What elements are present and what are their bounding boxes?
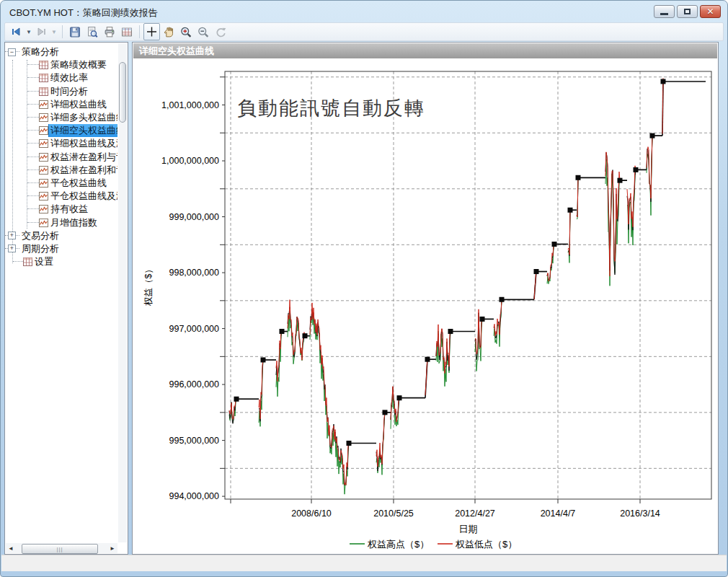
reset-zoom-button[interactable] bbox=[212, 23, 229, 40]
forward-button[interactable] bbox=[33, 23, 50, 40]
tree-item-策略绩效概要[interactable]: 策略绩效概要 bbox=[5, 58, 117, 71]
tree-item-label[interactable]: 详细权益曲线及潜在 bbox=[48, 137, 117, 150]
tree-item-平仓权益曲线及潜在[interactable]: 平仓权益曲线及潜在 bbox=[5, 190, 117, 203]
tree-item-详细权益曲线及潜在[interactable]: 详细权益曲线及潜在 bbox=[5, 137, 117, 150]
forward-icon bbox=[35, 26, 48, 38]
tree-item-交易分析[interactable]: +交易分析 bbox=[5, 229, 117, 242]
tree-item-持有收益[interactable]: 持有收益 bbox=[5, 203, 117, 216]
y-tick-label: 994,000,000 bbox=[169, 491, 219, 501]
tree-item-label[interactable]: 绩效比率 bbox=[48, 71, 90, 84]
tree-vscroll-thumb[interactable] bbox=[119, 62, 126, 123]
zoom-out-button[interactable] bbox=[195, 23, 212, 40]
zoom-in-button[interactable] bbox=[177, 23, 195, 40]
y-tick-label: 995,000,000 bbox=[169, 436, 219, 446]
x-axis-title: 日期 bbox=[459, 524, 478, 534]
tree-item-label[interactable]: 权益潜在盈利和亏损 bbox=[48, 164, 117, 177]
print-icon bbox=[103, 26, 116, 38]
back-button[interactable] bbox=[8, 23, 25, 40]
chart-icon bbox=[39, 179, 48, 188]
expand-icon[interactable]: + bbox=[8, 232, 16, 239]
tree-horizontal-scrollbar[interactable]: ◄ ||| ► bbox=[6, 543, 117, 553]
title-bar[interactable]: CBOT.YM HOT：策略回测绩效报告 ✕ bbox=[1, 1, 727, 22]
tree-item-label[interactable]: 策略分析 bbox=[19, 45, 61, 58]
tree-item-label[interactable]: 周期分析 bbox=[19, 242, 61, 255]
trade-marker bbox=[650, 133, 655, 138]
maximize-button[interactable] bbox=[677, 5, 698, 18]
trade-marker bbox=[280, 329, 285, 334]
trade-marker bbox=[634, 167, 639, 172]
tree-item-权益潜在盈利与亏损[interactable]: 权益潜在盈利与亏损 bbox=[5, 151, 117, 164]
x-tick-label: 2008/6/10 bbox=[291, 508, 332, 519]
tree-item-label[interactable]: 月增值指数 bbox=[48, 216, 99, 229]
legend-label-low: 权益低点（$） bbox=[455, 539, 517, 550]
tree-item-label[interactable]: 时间分析 bbox=[48, 85, 90, 98]
table-icon bbox=[39, 87, 48, 96]
equity-curve-segment bbox=[577, 177, 578, 216]
tree-item-label[interactable]: 持有收益 bbox=[48, 203, 90, 216]
collapse-icon[interactable]: − bbox=[8, 48, 16, 56]
tree-item-详细多头权益曲线[interactable]: 详细多头权益曲线 bbox=[5, 111, 117, 124]
tree-item-label[interactable]: 详细多头权益曲线 bbox=[48, 111, 117, 124]
tree-item-权益潜在盈利和亏损[interactable]: 权益潜在盈利和亏损 bbox=[5, 164, 117, 177]
trade-marker bbox=[661, 79, 666, 84]
tree-item-周期分析[interactable]: +周期分析 bbox=[5, 242, 117, 255]
tree-item-详细权益曲线[interactable]: 详细权益曲线 bbox=[5, 98, 117, 111]
tree-item-label[interactable]: 平仓权益曲线及潜在 bbox=[48, 190, 117, 203]
tree-hscroll-thumb[interactable]: ||| bbox=[22, 544, 98, 554]
chart-icon bbox=[39, 100, 48, 109]
tree-item-label[interactable]: 权益潜在盈利与亏损 bbox=[48, 151, 117, 164]
crosshair-icon bbox=[146, 26, 158, 38]
tree-item-时间分析[interactable]: 时间分析 bbox=[5, 85, 117, 98]
tree-item-绩效比率[interactable]: 绩效比率 bbox=[5, 71, 117, 84]
tree-item-策略分析[interactable]: −策略分析 bbox=[5, 45, 117, 58]
equity-curve-segment bbox=[605, 152, 620, 276]
tree-item-label[interactable]: 详细权益曲线 bbox=[48, 98, 109, 111]
equity-curve-segment bbox=[288, 300, 305, 361]
chart-icon bbox=[39, 113, 48, 122]
close-button[interactable]: ✕ bbox=[700, 5, 721, 18]
save-icon bbox=[68, 26, 81, 38]
expand-icon[interactable]: + bbox=[8, 245, 16, 252]
y-tick-label: 999,000,000 bbox=[169, 212, 219, 222]
pan-hand-icon bbox=[162, 26, 175, 38]
chart-icon bbox=[39, 205, 48, 213]
x-tick-label: 2016/3/14 bbox=[620, 508, 660, 519]
tree-item-label[interactable]: 交易分析 bbox=[19, 229, 61, 242]
report-tree: −策略分析策略绩效概要绩效比率时间分析详细权益曲线详细多头权益曲线详细空头权益曲… bbox=[5, 45, 117, 268]
x-tick-label: 2010/5/25 bbox=[373, 508, 414, 519]
y-tick-label: 996,000,000 bbox=[169, 379, 219, 389]
pan-tool-button[interactable] bbox=[160, 23, 177, 40]
save-button[interactable] bbox=[66, 23, 84, 40]
chart-icon bbox=[39, 126, 48, 135]
zoom-in-icon bbox=[179, 26, 192, 38]
tree-item-设置[interactable]: 设置 bbox=[5, 255, 117, 268]
trade-marker bbox=[500, 297, 505, 302]
tree-item-月增值指数[interactable]: 月增值指数 bbox=[5, 216, 117, 229]
legend-label-high: 权益高点（$） bbox=[367, 539, 429, 550]
copy-table-button[interactable] bbox=[118, 23, 136, 40]
forward-dropdown-caret[interactable]: ▼ bbox=[50, 29, 58, 35]
chart-header: 详细空头权益曲线 bbox=[133, 43, 717, 58]
scroll-right-arrow-icon[interactable]: ► bbox=[107, 543, 117, 553]
trade-marker bbox=[618, 178, 623, 183]
print-preview-button[interactable] bbox=[84, 23, 101, 40]
tree-item-label[interactable]: 平仓权益曲线 bbox=[48, 177, 109, 190]
equity-curve-chart[interactable]: 994,000,000995,000,000996,000,000997,000… bbox=[133, 43, 719, 555]
back-dropdown-caret[interactable]: ▼ bbox=[25, 29, 33, 35]
tree-item-label[interactable]: 设置 bbox=[32, 255, 56, 268]
minimize-button[interactable] bbox=[654, 5, 675, 18]
tree-item-详细空头权益曲线[interactable]: 详细空头权益曲线 bbox=[5, 124, 117, 137]
tree-item-label[interactable]: 策略绩效概要 bbox=[48, 58, 109, 71]
tree-vertical-scrollbar[interactable] bbox=[118, 43, 127, 542]
chart-icon bbox=[39, 166, 48, 175]
print-button[interactable] bbox=[101, 23, 118, 40]
y-tick-label: 997,000,000 bbox=[169, 324, 219, 334]
back-icon bbox=[10, 26, 22, 38]
chart-icon bbox=[39, 219, 48, 227]
scroll-left-arrow-icon[interactable]: ◄ bbox=[6, 543, 16, 553]
toolbar-separator bbox=[139, 25, 140, 38]
tree-item-平仓权益曲线[interactable]: 平仓权益曲线 bbox=[5, 177, 117, 190]
equity-curve-segment bbox=[568, 210, 570, 255]
crosshair-tool-button[interactable] bbox=[143, 23, 160, 40]
tree-item-label-selected[interactable]: 详细空头权益曲线 bbox=[48, 124, 117, 137]
